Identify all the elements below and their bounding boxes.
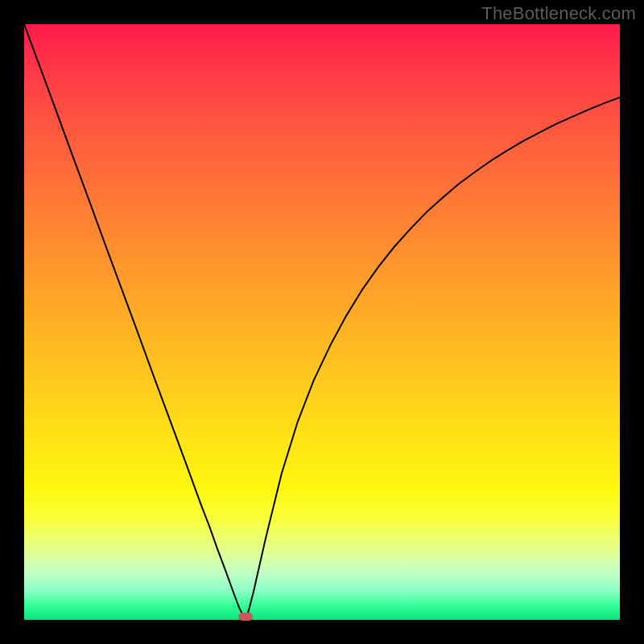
- curve-svg: [24, 24, 620, 620]
- min-marker: [238, 613, 253, 621]
- watermark-text: TheBottleneck.com: [481, 3, 636, 24]
- bottleneck-curve: [24, 24, 620, 620]
- chart-frame: TheBottleneck.com: [0, 0, 644, 644]
- plot-area: [24, 24, 620, 620]
